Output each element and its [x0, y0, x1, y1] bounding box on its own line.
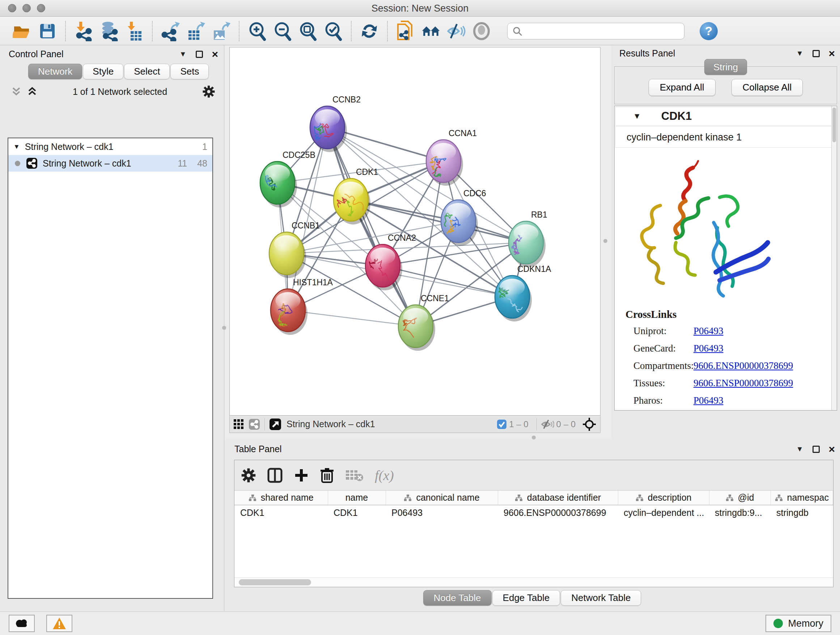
tab-network[interactable]: Network: [28, 64, 82, 79]
zoom-fit-button[interactable]: [298, 21, 317, 41]
toolbar-separator: [65, 21, 66, 41]
warnings-button[interactable]: [46, 615, 73, 632]
column-header[interactable]: database identifier: [498, 491, 618, 505]
tab-edge-table[interactable]: Edge Table: [493, 590, 561, 606]
show-all-nodes-button[interactable]: [422, 21, 440, 41]
column-header[interactable]: name: [328, 491, 386, 505]
control-panel-menu-caret-icon[interactable]: ▼: [180, 50, 187, 58]
tab-sets[interactable]: Sets: [171, 64, 209, 79]
cell-id[interactable]: stringdb:9...: [709, 505, 771, 520]
zoom-out-button[interactable]: [273, 21, 292, 41]
crosslink-row: GeneCard: P06493: [625, 343, 837, 354]
apply-layout-button[interactable]: [360, 21, 379, 41]
search-input[interactable]: [523, 24, 680, 38]
memory-button[interactable]: Memory: [766, 615, 831, 632]
column-header[interactable]: namespac: [771, 491, 833, 505]
column-header[interactable]: description: [618, 491, 709, 505]
table-panel-close-button[interactable]: ×: [829, 446, 835, 453]
table-panel-float-button[interactable]: [813, 446, 820, 453]
bottom-splitter-handle[interactable]: [532, 435, 536, 440]
cloud-status-button[interactable]: [9, 615, 35, 632]
entry-collapse-caret-icon[interactable]: ▼: [633, 111, 641, 121]
delete-column-trash-icon[interactable]: [320, 467, 334, 484]
network-node-CCNE1[interactable]: CCNE1: [398, 294, 449, 351]
show-hidden-button[interactable]: [472, 21, 491, 41]
network-node-CDK1[interactable]: CDK1: [333, 167, 378, 225]
network-edge-CCNB2-CCNE1[interactable]: [327, 127, 416, 326]
expand-all-button[interactable]: Expand All: [649, 79, 715, 96]
zoom-in-button[interactable]: [248, 21, 267, 41]
expand-all-icon[interactable]: [27, 87, 38, 97]
network-node-CCNB2[interactable]: CCNB2: [310, 95, 361, 152]
tab-style[interactable]: Style: [83, 64, 123, 79]
crosslink-tissues[interactable]: 9606.ENSP00000378699: [693, 378, 793, 389]
fit-selected-crosshair-icon[interactable]: [582, 417, 597, 432]
control-panel-close-button[interactable]: ×: [212, 51, 218, 58]
network-collection-row[interactable]: ▼ String Network – cdk1 1: [8, 138, 212, 155]
cell-name[interactable]: CDK1: [328, 505, 386, 520]
crosslink-genecard[interactable]: P06493: [693, 343, 723, 354]
function-builder-button[interactable]: f(x): [375, 467, 394, 483]
collapse-all-icon[interactable]: [11, 87, 22, 97]
column-header[interactable]: canonical name: [386, 491, 498, 505]
delete-table-icon[interactable]: [345, 468, 364, 483]
crosslink-pharos[interactable]: P06493: [693, 395, 723, 406]
export-network-button[interactable]: [161, 21, 180, 41]
save-session-button[interactable]: [38, 21, 57, 41]
results-panel-menu-caret-icon[interactable]: ▼: [796, 49, 804, 57]
cell-description[interactable]: cyclin–dependent ...: [618, 505, 709, 520]
network-node-CCNA1[interactable]: CCNA1: [426, 128, 477, 186]
import-table-button[interactable]: [125, 21, 144, 41]
zoom-selected-button[interactable]: [324, 21, 343, 41]
cell-database-identifier[interactable]: 9606.ENSP00000378699: [498, 505, 618, 520]
network-row[interactable]: String Network – cdk1 11 48: [8, 155, 212, 172]
birds-eye-view-icon[interactable]: [269, 418, 281, 431]
network-view-share-icon[interactable]: [248, 418, 260, 430]
column-header[interactable]: @id: [709, 491, 771, 505]
results-panel-close-button[interactable]: ×: [829, 50, 835, 57]
network-node-CCNB1[interactable]: CCNB1: [269, 221, 320, 278]
grid-mode-icon[interactable]: [233, 419, 244, 430]
cell-canonical-name[interactable]: P06493: [386, 505, 498, 520]
tab-network-table[interactable]: Network Table: [561, 590, 641, 606]
export-image-button[interactable]: [212, 21, 231, 41]
column-header[interactable]: shared name: [234, 491, 328, 505]
import-network-from-database-button[interactable]: [99, 21, 118, 41]
collapse-all-button[interactable]: Collapse All: [731, 79, 803, 96]
left-splitter-handle[interactable]: [222, 326, 226, 330]
hide-selected-button[interactable]: [447, 21, 466, 41]
crosslink-uniprot[interactable]: P06493: [693, 325, 723, 337]
hidden-eye-icon[interactable]: [541, 419, 554, 429]
cell-shared-name[interactable]: CDK1: [234, 505, 328, 520]
collection-expand-caret-icon[interactable]: ▼: [13, 143, 20, 150]
table-options-gear-icon[interactable]: [241, 468, 256, 483]
results-panel-float-button[interactable]: [813, 50, 820, 57]
network-node-CDKN1A[interactable]: CDKN1A: [495, 264, 551, 321]
tab-select[interactable]: Select: [124, 64, 170, 79]
tab-node-table[interactable]: Node Table: [423, 590, 492, 606]
import-network-button[interactable]: [74, 21, 93, 41]
open-session-button[interactable]: [13, 21, 32, 41]
add-column-icon[interactable]: [294, 468, 309, 483]
help-button[interactable]: ?: [699, 22, 718, 40]
network-canvas[interactable]: CCNB2CCNA1CDC25BCDK1CDC6RB1CCNB1CCNA2CDK…: [229, 47, 600, 416]
show-columns-icon[interactable]: [267, 467, 283, 483]
selected-checkbox-icon[interactable]: [497, 419, 507, 429]
protein-entry-header[interactable]: ▼ CDK1: [615, 107, 836, 126]
table-row[interactable]: CDK1 CDK1 P06493 9606.ENSP00000378699 cy…: [234, 505, 833, 520]
table-panel-menu-caret-icon[interactable]: ▼: [796, 445, 804, 453]
network-node-RB1[interactable]: RB1: [508, 210, 547, 267]
network-status-dot: [15, 161, 20, 166]
hidden-counts: 0 – 0: [556, 419, 576, 429]
crosslink-compartments[interactable]: 9606.ENSP00000378699: [693, 360, 793, 371]
network-node-HIST1H1A[interactable]: HIST1H1A: [271, 278, 333, 335]
export-table-button[interactable]: [186, 21, 205, 41]
network-options-gear-icon[interactable]: [202, 85, 215, 98]
cell-namespace[interactable]: stringdb: [771, 505, 833, 520]
results-scrollbar[interactable]: [831, 106, 837, 410]
tab-string[interactable]: String: [704, 59, 747, 75]
right-splitter-handle[interactable]: [603, 239, 607, 243]
control-panel-float-button[interactable]: [196, 51, 203, 58]
table-horizontal-scrollbar[interactable]: [234, 578, 833, 587]
first-neighbors-button[interactable]: [396, 21, 415, 41]
